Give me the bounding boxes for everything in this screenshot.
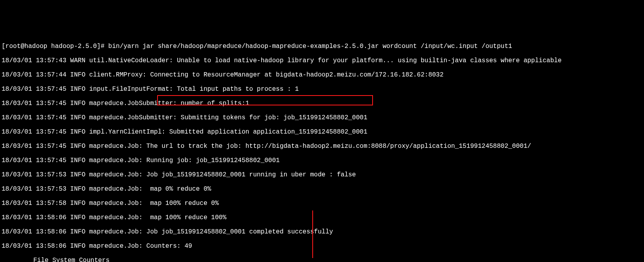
log-line: 18/03/01 13:57:58 INFO mapreduce.Job: ma… — [2, 200, 642, 207]
log-line: 18/03/01 13:58:06 INFO mapreduce.Job: Co… — [2, 243, 642, 250]
counters-group-header: File System Counters — [2, 257, 642, 262]
shell-prompt-line: [root@hadoop hadoop-2.5.0]# bin/yarn jar… — [2, 43, 642, 50]
log-line: 18/03/01 13:57:45 INFO mapreduce.JobSubm… — [2, 100, 642, 107]
log-line: 18/03/01 13:57:45 INFO impl.YarnClientIm… — [2, 128, 642, 136]
terminal-output: [root@hadoop hadoop-2.5.0]# bin/yarn jar… — [0, 36, 644, 262]
log-line: 18/03/01 13:57:53 INFO mapreduce.Job: Jo… — [2, 171, 642, 178]
log-line: 18/03/01 13:58:06 INFO mapreduce.Job: ma… — [2, 214, 642, 221]
log-line: 18/03/01 13:57:53 INFO mapreduce.Job: ma… — [2, 186, 642, 193]
log-line-job-completed: 18/03/01 13:58:06 INFO mapreduce.Job: Jo… — [2, 228, 642, 235]
log-line: 18/03/01 13:57:44 INFO client.RMProxy: C… — [2, 71, 642, 78]
log-line: 18/03/01 13:57:45 INFO input.FileInputFo… — [2, 86, 642, 93]
log-line: 18/03/01 13:57:45 INFO mapreduce.Job: Th… — [2, 143, 642, 150]
log-line: 18/03/01 13:57:45 INFO mapreduce.Job: Ru… — [2, 157, 642, 164]
log-line: 18/03/01 13:57:45 INFO mapreduce.JobSubm… — [2, 114, 642, 121]
log-line: 18/03/01 13:57:43 WARN util.NativeCodeLo… — [2, 57, 642, 64]
